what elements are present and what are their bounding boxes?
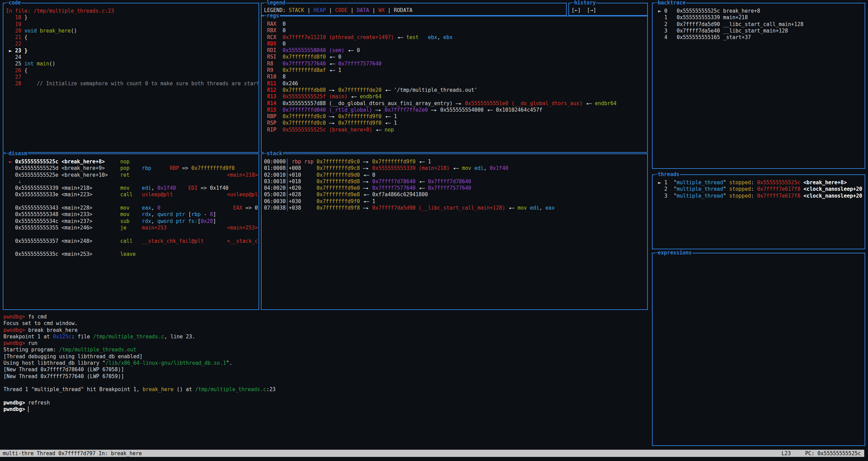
panel-expressions: expressions bbox=[652, 253, 865, 446]
terminal-line: [New Thread 0x7ffff7d78640 (LWP 67058)] bbox=[3, 366, 647, 373]
terminal-line: Using host libthread_db library "/lib/x8… bbox=[3, 360, 647, 366]
history-back-button[interactable]: [←] bbox=[571, 7, 581, 14]
terminal-line: ► 23 } bbox=[6, 48, 258, 54]
terminal-line: 18 } bbox=[6, 14, 258, 21]
terminal-line: RAX 0 bbox=[264, 21, 646, 27]
panel-disasm: disasm ► 0x55555555525c <break_here+8> n… bbox=[3, 153, 259, 310]
terminal-line: RCX 0x7ffff7e11219 (pthread_create+1497)… bbox=[264, 34, 646, 41]
terminal-line: 0x555555555339 <main+218> mov edi, 0x1f4… bbox=[6, 185, 258, 191]
terminal-line: In file: /tmp/multiple_threads.c:23 bbox=[6, 8, 258, 14]
terminal-line: RIP 0x55555555525c (break_here+8) ◂— nop bbox=[264, 127, 646, 133]
terminal-line: 19 bbox=[6, 21, 258, 28]
terminal-line: 07:0038│+038 0x7fffffffd9f8 —▸ 0x7ffff7d… bbox=[264, 205, 646, 211]
terminal-line bbox=[6, 231, 258, 238]
expressions-view bbox=[653, 253, 865, 445]
terminal-line bbox=[3, 393, 647, 400]
code-source-view: In file: /tmp/multiple_threads.c:23 18 }… bbox=[3, 3, 259, 152]
terminal-line: ► 0 0x55555555525c break_here+8 bbox=[655, 8, 864, 14]
status-bar: multi-thre Thread 0x7ffff7d797 In: break… bbox=[0, 450, 864, 457]
terminal-line: 27 bbox=[6, 74, 258, 80]
panel-threads: threads ► 1 "multiple_thread" stopped: 0… bbox=[652, 174, 865, 249]
terminal-line: 0x55555555535c <main+253> leave bbox=[6, 251, 258, 258]
backtrace-view: ► 0 0x55555555525c break_here+8 1 0x5555… bbox=[653, 3, 865, 168]
terminal-line: 0x555555555357 <main+248> call __stack_c… bbox=[6, 238, 258, 245]
terminal-line: Breakpoint 1 at 0x125c: file /tmp/multip… bbox=[3, 334, 647, 340]
panel-stack: stack 00:0000│ rbp rsp 0x7fffffffd9c0 —▸… bbox=[261, 153, 648, 310]
panel-backtrace: backtrace ► 0 0x55555555525c break_here+… bbox=[652, 3, 865, 169]
status-line-indicator: L23 bbox=[781, 450, 791, 457]
terminal-line bbox=[6, 245, 258, 251]
terminal-line: LEGEND: STACK | HEAP | CODE | DATA | WX … bbox=[264, 7, 565, 14]
panel-regs: regs RAX 0 RBX 0 RCX 0x7ffff7e11219 (pth… bbox=[261, 16, 648, 153]
terminal-line: pwndbg> fs cmd bbox=[3, 314, 647, 320]
terminal-line: 0x55555555525e <break_here+10> ret<main+… bbox=[6, 172, 258, 178]
terminal-line: 24 bbox=[6, 54, 258, 61]
terminal-line: R11 0x246 bbox=[264, 80, 646, 87]
panel-code: code In file: /tmp/multiple_threads.c:23… bbox=[3, 3, 259, 153]
history-forward-button[interactable]: [→] bbox=[587, 7, 596, 14]
terminal-line: RBP 0x7fffffffd9c0 —▸ 0x7fffffffd9f0 ◂— … bbox=[264, 113, 646, 120]
terminal-line: ► 0x55555555525c <break_here+8> nop bbox=[6, 159, 258, 165]
terminal-line: 2 0x7ffff7da5d90 __libc_start_call_main+… bbox=[655, 21, 864, 28]
terminal-line: 0x55555555533e <main+223> call usleep@pl… bbox=[6, 191, 258, 198]
terminal-line: R9 0x7fffffffd8af ◂— 1 bbox=[264, 67, 646, 74]
terminal-line: 0x555555555355 <main+246> je main+253<ma… bbox=[6, 225, 258, 231]
threads-view: ► 1 "multiple_thread" stopped: 0x5555555… bbox=[653, 175, 865, 249]
terminal-line: 21 { bbox=[6, 34, 258, 41]
terminal-line: pwndbg> run bbox=[3, 340, 647, 347]
console-output[interactable]: pwndbg> fs cmdFocus set to cmd window.pw… bbox=[3, 314, 647, 448]
terminal-line: 2 "multiple_thread" stopped: 0x7ffff7e61… bbox=[655, 186, 864, 192]
terminal-line: 3 0x7ffff7da5e40 __libc_start_main+128 bbox=[655, 28, 864, 34]
terminal-line: RDX 0 bbox=[264, 41, 646, 47]
terminal-line: 03:0018│+018 0x7fffffffd9d8 —▸ 0x7ffff7d… bbox=[264, 178, 646, 185]
terminal-line: R8 0x7ffff7577640 ◂— 0x7ffff7577640 bbox=[264, 61, 646, 67]
terminal-line: ↓ bbox=[6, 178, 258, 185]
panel-legend: legend LEGEND: STACK | HEAP | CODE | DAT… bbox=[261, 3, 567, 16]
pwndbg-debugger-screen: code In file: /tmp/multiple_threads.c:23… bbox=[0, 0, 868, 461]
terminal-line: 28 // Initialize semaphore with count 0 … bbox=[6, 80, 258, 87]
disassembly-view: ► 0x55555555525c <break_here+8> nop 0x55… bbox=[3, 154, 259, 309]
terminal-line: RSP 0x7fffffffd9c0 —▸ 0x7fffffffd9f0 ◂— … bbox=[264, 120, 646, 126]
terminal-line: ► 1 "multiple_thread" stopped: 0x5555555… bbox=[655, 179, 864, 186]
terminal-line: pwndbg> break break_here bbox=[3, 327, 647, 334]
terminal-line: 1 0x555555555339 main+218 bbox=[655, 14, 864, 21]
terminal-line: Thread 1 "multiple_thread" hit Breakpoin… bbox=[3, 386, 647, 393]
terminal-line: 20 void break_here() bbox=[6, 28, 258, 34]
stack-view: 00:0000│ rbp rsp 0x7fffffffd9c0 —▸ 0x7ff… bbox=[262, 154, 647, 309]
terminal-line: 26 { bbox=[6, 67, 258, 74]
terminal-line: RBX 0 bbox=[264, 27, 646, 34]
terminal-line: [Thread debugging using libthread_db ena… bbox=[3, 353, 647, 360]
terminal-line: RDI 0x555555558040 (sem) ◂— 0 bbox=[264, 47, 646, 54]
terminal-line: 3 "multiple_thread" stopped: 0x7ffff7e61… bbox=[655, 193, 864, 199]
command-input[interactable]: pwndbg> ▏ bbox=[3, 406, 647, 413]
registers-view: RAX 0 RBX 0 RCX 0x7ffff7e11219 (pthread_… bbox=[262, 16, 647, 152]
terminal-line: 4 0x555555555165 _start+37 bbox=[655, 34, 864, 41]
terminal-line: Starting program: /tmp/multiple_threads.… bbox=[3, 347, 647, 353]
terminal-line: 00:0000│ rbp rsp 0x7fffffffd9c0 —▸ 0x7ff… bbox=[264, 159, 646, 165]
terminal-line: R13 0x55555555525f (main) ◂— endbr64 bbox=[264, 94, 646, 100]
terminal-line: Focus set to cmd window. bbox=[3, 320, 647, 327]
terminal-line: RSI 0x7fffffffd8f0 ◂— 0 bbox=[264, 54, 646, 60]
terminal-line: 04:0020│+020 0x7fffffffd9e0 —▸ 0x7ffff75… bbox=[264, 185, 646, 191]
terminal-line bbox=[6, 198, 258, 205]
terminal-line: 0x55555555534c <main+237> sub rdx, qword… bbox=[6, 218, 258, 225]
terminal-line: 0x555555555348 <main+233> mov rdx, qword… bbox=[6, 211, 258, 218]
terminal-line: R15 0x7ffff7ffd040 (_rtld_global) —▸ 0x7… bbox=[264, 107, 646, 113]
terminal-line bbox=[3, 380, 647, 386]
terminal-line: 05:0028│+028 0x7fffffffd9e8 ◂— 0xf7a4866… bbox=[264, 191, 646, 198]
terminal-line: 06:0030│+030 0x7fffffffd9f0 ◂— 1 bbox=[264, 198, 646, 205]
terminal-line: R12 0x7fffffffdb08 —▸ 0x7fffffffde20 ◂— … bbox=[264, 87, 646, 94]
terminal-line: R10 8 bbox=[264, 74, 646, 80]
status-bar-left: multi-thre Thread 0x7ffff7d797 In: break… bbox=[3, 450, 142, 457]
terminal-line: 02:0010│+010 0x7fffffffd9d0 ◂— 0 bbox=[264, 172, 646, 178]
terminal-line: 0x55555555525d <break_here+9> pop rbp RB… bbox=[6, 165, 258, 172]
terminal-line: pwndbg> refresh bbox=[3, 400, 647, 406]
panel-history: history [←] [→] bbox=[568, 3, 648, 16]
terminal-line: 0x555555555343 <main+228> mov eax, 0EAX … bbox=[6, 205, 258, 211]
legend-row: LEGEND: STACK | HEAP | CODE | DATA | WX … bbox=[262, 3, 566, 15]
terminal-line: [New Thread 0x7ffff7577640 (LWP 67059)] bbox=[3, 373, 647, 380]
terminal-line: 25 int main() bbox=[6, 61, 258, 67]
status-pc-indicator: PC: 0x55555555525c bbox=[805, 450, 861, 457]
terminal-line: 01:0008│+008 0x7fffffffd9c8 —▸ 0x5555555… bbox=[264, 165, 646, 172]
terminal-line: R14 0x555555557d88 (__do_global_dtors_au… bbox=[264, 100, 646, 107]
